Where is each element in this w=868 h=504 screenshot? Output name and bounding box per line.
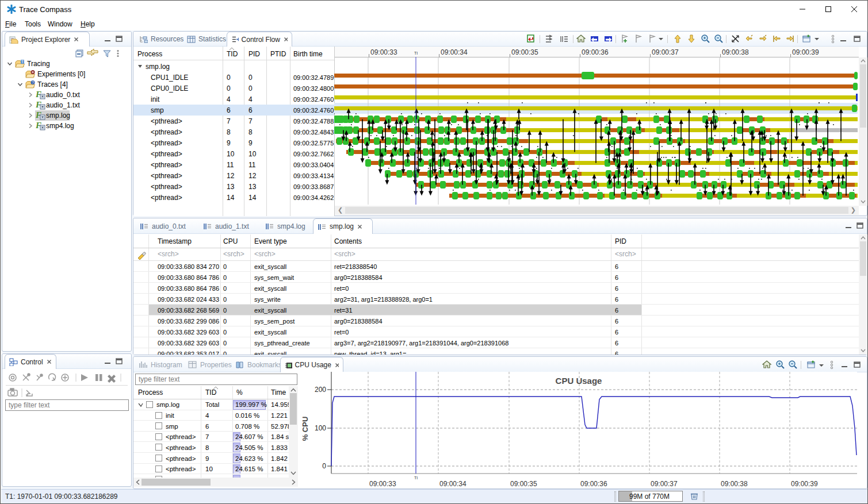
svg-text:CPU Usage: CPU Usage [556, 376, 602, 386]
svg-text:09:00:33: 09:00:33 [369, 480, 396, 488]
svg-text:09:00:37: 09:00:37 [651, 480, 678, 488]
svg-text:09:00:39: 09:00:39 [791, 480, 818, 488]
svg-text:0: 0 [322, 462, 326, 470]
svg-text:?: ? [32, 80, 34, 84]
svg-text:09:00:36: 09:00:36 [580, 480, 607, 488]
svg-text:09:00:34: 09:00:34 [439, 480, 466, 488]
svg-text:TI: TI [414, 476, 418, 480]
svg-text:09:00:35: 09:00:35 [510, 480, 537, 488]
svg-text:% CPU: % CPU [301, 417, 309, 441]
svg-text:200: 200 [315, 386, 326, 394]
svg-text:09:00:38: 09:00:38 [721, 480, 748, 488]
svg-text:T: T [21, 60, 24, 64]
svg-text:100: 100 [315, 424, 326, 432]
